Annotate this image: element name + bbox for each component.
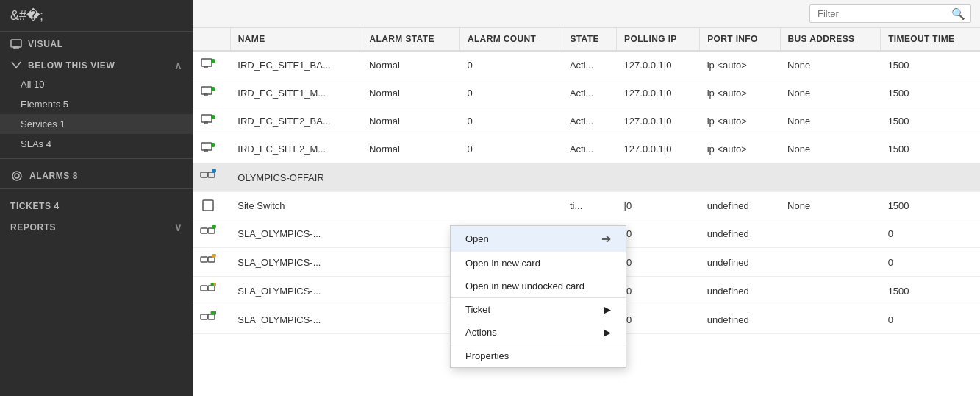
sidebar-section-tickets[interactable]: TICKETS 4 <box>0 194 193 214</box>
row-state: Acti... <box>562 107 617 135</box>
sidebar-section-alarms[interactable]: ALARMS 8 <box>0 163 193 184</box>
row-bus-address <box>780 277 881 305</box>
filter-input[interactable] <box>809 4 971 23</box>
row-polling-ip: 127.0.0.1|0 <box>617 79 700 107</box>
table-row[interactable]: IRD_EC_SITE1_M... Normal 0 Acti... 127.0… <box>193 79 980 107</box>
service-blue-icon <box>200 169 216 185</box>
sidebar-section-reports[interactable]: REPORTS ∨ <box>0 214 193 236</box>
alarms-icon <box>10 171 24 181</box>
svg-rect-30 <box>208 286 215 291</box>
back-button[interactable]: &#�; <box>0 0 193 32</box>
sidebar-section-below[interactable]: BELOW THIS VIEW ∧ <box>0 52 193 74</box>
row-alarm-state <box>362 192 459 219</box>
svg-rect-14 <box>204 150 207 152</box>
open-undocked-label: Open in new undocked card <box>465 280 584 291</box>
row-state: Acti... <box>562 135 617 163</box>
col-icon <box>193 28 230 51</box>
context-menu-open-new-card[interactable]: Open in new card <box>451 252 626 275</box>
table-row[interactable]: IRD_EC_SITE1_BA... Normal 0 Acti... 127.… <box>193 51 980 79</box>
chevron-up-icon: ∧ <box>174 60 182 71</box>
svg-rect-8 <box>204 94 207 96</box>
context-menu-actions[interactable]: Actions ▶ <box>451 321 626 344</box>
below-view-label: BELOW THIS VIEW <box>28 60 115 71</box>
row-name: SLA_OLYMPICS-... <box>230 277 362 305</box>
table-row[interactable]: IRD_EC_SITE2_M... Normal 0 Acti... 127.0… <box>193 135 980 163</box>
row-name: OLYMPICS-OFFAIR <box>230 163 362 192</box>
elements-label: Elements 5 <box>21 99 68 110</box>
row-state: Acti... <box>562 51 617 79</box>
sla-yellow-icon <box>200 253 216 269</box>
row-port-info: ip <auto> <box>700 79 780 107</box>
svg-rect-10 <box>201 115 212 122</box>
row-bus-address <box>780 248 881 277</box>
monitor-green-icon <box>200 85 216 101</box>
col-alarm-state: ALARM STATE <box>362 28 459 51</box>
context-menu: Open ➔ Open in new card Open in new undo… <box>450 225 626 368</box>
row-polling-ip: |0 <box>617 219 700 248</box>
services-label: Services 1 <box>21 119 65 130</box>
svg-rect-11 <box>204 122 207 124</box>
context-menu-open-undocked[interactable]: Open in new undocked card <box>451 275 626 297</box>
svg-rect-16 <box>201 172 207 177</box>
row-timeout: 1500 <box>881 51 980 79</box>
row-icon-cell <box>193 192 230 219</box>
row-alarm-state <box>362 163 459 192</box>
row-icon-cell <box>193 305 230 334</box>
row-port-info: undefined <box>700 305 780 334</box>
row-state: ti... <box>562 192 617 219</box>
row-port-info: ip <auto> <box>700 135 780 163</box>
table-row[interactable]: Site Switch ti... |0 undefined None 1500 <box>193 192 980 219</box>
row-polling-ip: 127.0.0.1|0 <box>617 135 700 163</box>
row-bus-address <box>780 163 881 192</box>
context-menu-open-label: Open <box>465 233 489 244</box>
row-alarm-state: Normal <box>362 107 459 135</box>
monitor-green-icon <box>200 57 216 73</box>
row-alarm-count: 0 <box>459 79 562 107</box>
row-timeout: 0 <box>881 305 980 334</box>
open-new-card-label: Open in new card <box>465 258 540 269</box>
visual-label: VISUAL <box>28 39 63 49</box>
submenu-arrow-icon: ▶ <box>604 304 611 315</box>
sidebar-item-elements[interactable]: Elements 5 <box>0 94 193 114</box>
table-row-olympics[interactable]: OLYMPICS-OFFAIR <box>193 163 980 192</box>
row-icon-cell <box>193 79 230 107</box>
context-menu-properties[interactable]: Properties <box>451 344 626 367</box>
sla-multi2-icon <box>200 311 216 327</box>
table-row[interactable]: IRD_EC_SITE2_BA... Normal 0 Acti... 127.… <box>193 107 980 135</box>
row-bus-address <box>780 219 881 248</box>
row-port-info: undefined <box>700 277 780 305</box>
row-alarm-count: 0 <box>459 107 562 135</box>
svg-rect-4 <box>201 59 212 66</box>
row-timeout: 0 <box>881 248 980 277</box>
sidebar: &#�; VISUAL BELOW THIS VIEW ∧ All 10 Ele… <box>0 0 193 396</box>
table-header-row: NAME ALARM STATE ALARM COUNT STATE POLLI… <box>193 28 980 51</box>
row-timeout: 1500 <box>881 192 980 219</box>
row-timeout: 0 <box>881 219 980 248</box>
row-port-info: undefined <box>700 219 780 248</box>
row-bus-address: None <box>780 51 881 79</box>
row-icon-cell <box>193 163 230 192</box>
context-menu-ticket[interactable]: Ticket ▶ <box>451 298 626 321</box>
sidebar-section-visual[interactable]: VISUAL <box>0 32 193 52</box>
sidebar-item-services[interactable]: Services 1 <box>0 114 193 134</box>
col-bus-address: BUS ADDRESS <box>780 28 881 51</box>
monitor-green-icon <box>200 113 216 129</box>
tickets-label: TICKETS 4 <box>10 201 60 211</box>
main-content: 🔍 NAME ALARM STATE ALARM COUNT STATE POL… <box>193 0 980 396</box>
row-port-info: undefined <box>700 192 780 219</box>
row-polling-ip: 127.0.0.1|0 <box>617 107 700 135</box>
properties-label: Properties <box>465 350 509 361</box>
context-menu-open[interactable]: Open ➔ <box>451 226 626 252</box>
cursor-icon: ➔ <box>601 232 611 246</box>
sidebar-item-all[interactable]: All 10 <box>0 74 193 94</box>
svg-point-2 <box>12 172 21 180</box>
row-bus-address: None <box>780 79 881 107</box>
row-state: Acti... <box>562 79 617 107</box>
svg-rect-35 <box>208 314 215 319</box>
row-name: Site Switch <box>230 192 362 219</box>
row-port-info: ip <auto> <box>700 107 780 135</box>
col-polling-ip: POLLING IP <box>617 28 700 51</box>
sidebar-item-slas[interactable]: SLAs 4 <box>0 134 193 154</box>
all-label: All 10 <box>21 79 45 90</box>
svg-rect-29 <box>201 286 207 291</box>
